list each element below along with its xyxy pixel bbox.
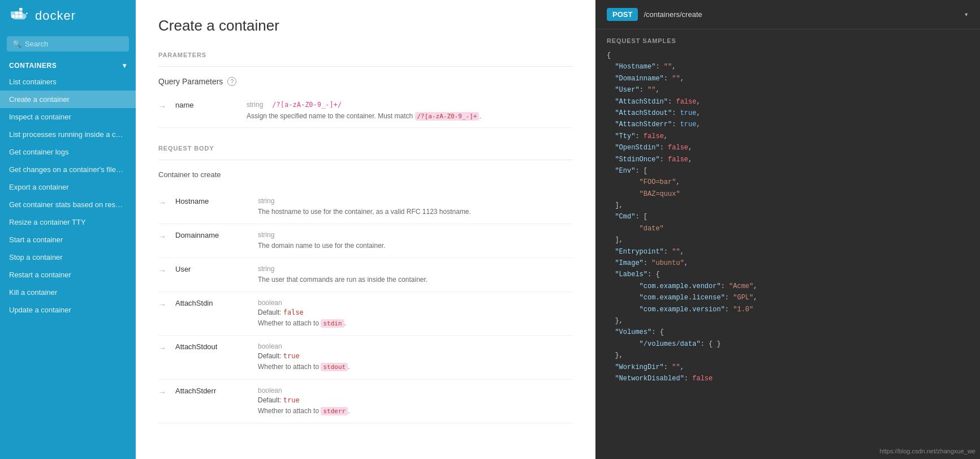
field-type-domainname: string [258,231,573,239]
field-info-domainname: string The domain name to use for the co… [258,231,573,251]
field-type-attachstdout: boolean [258,342,573,350]
field-default-val-attachstderr: true [283,396,300,404]
field-row-attachstderr: → AttachStderr boolean Default: true Whe… [158,380,573,424]
field-name-hostname: Hostname [175,197,249,205]
field-arrow-hostname: → [158,198,166,207]
field-stdout-code: stdout [321,363,348,371]
field-name-domainname: Domainname [175,231,249,239]
field-name-attachstdout: AttachStdout [175,342,249,351]
request-body-divider [158,160,573,160]
sidebar-nav-item-list-processes[interactable]: List processes running inside a containe… [0,126,136,143]
field-desc-user: The user that commands are run as inside… [258,274,573,285]
param-pattern-name: /?[a-zA-Z0-9_-]+/ [272,101,342,109]
param-name-name: name [175,101,238,109]
query-params-help-icon[interactable]: ? [227,77,236,86]
field-desc-attachstdin: Whether to attach to stdin. [258,318,573,329]
sidebar: docker 🔍 CONTAINERS ▾ List containers Cr… [0,0,136,459]
sidebar-nav-item-get-logs[interactable]: Get container logs [0,143,136,161]
sidebar-nav-item-kill-container[interactable]: Kill a container [0,284,136,301]
param-info-name: string /?[a-zA-Z0-9_-]+/ Assign the spec… [247,101,573,122]
field-default-attachstdout: Default: true [258,352,573,360]
field-default-val-attachstdin: false [283,308,304,316]
containers-chevron-icon[interactable]: ▾ [123,62,127,70]
sidebar-nav-item-list-containers[interactable]: List containers [0,73,136,91]
search-box[interactable]: 🔍 [7,36,129,52]
sidebar-nav-item-get-stats[interactable]: Get container stats based on resource us… [0,196,136,213]
json-code-block: { "Hostname": "", "Domainname": "", "Use… [595,50,980,396]
field-default-val-attachstdout: true [283,352,300,360]
method-badge: POST [607,8,638,21]
field-desc-attachstderr: Whether to attach to stderr. [258,406,573,417]
param-arrow-icon: → [158,102,166,111]
field-info-hostname: string The hostname to use for the conta… [258,197,573,217]
field-info-attachstdin: boolean Default: false Whether to attach… [258,299,573,329]
field-row-domainname: → Domainname string The domain name to u… [158,224,573,258]
field-desc-attachstdout: Whether to attach to stdout. [258,362,573,372]
field-name-user: User [175,265,249,273]
field-desc-hostname: The hostname to use for the container, a… [258,207,573,217]
field-default-attachstdin: Default: false [258,308,573,316]
param-type-name: string [247,101,263,109]
sidebar-header: docker [0,0,136,32]
params-divider [158,66,573,67]
search-input[interactable] [25,40,123,48]
query-params-header: Query Parameters ? [158,77,573,86]
query-params-label: Query Parameters [158,77,223,86]
param-row-name: → name string /?[a-zA-Z0-9_-]+/ Assign t… [158,95,573,128]
sidebar-nav-item-resize-tty[interactable]: Resize a container TTY [0,213,136,231]
field-type-attachstderr: boolean [258,387,573,394]
field-type-user: string [258,265,573,273]
sidebar-nav-item-get-changes[interactable]: Get changes on a container's filesystem [0,161,136,178]
field-arrow-attachstderr: → [158,388,166,397]
field-arrow-user: → [158,266,166,275]
docker-logo-icon [9,8,29,24]
field-arrow-attachstdin: → [158,300,166,309]
field-info-attachstdout: boolean Default: true Whether to attach … [258,342,573,372]
field-row-hostname: → Hostname string The hostname to use fo… [158,190,573,224]
sidebar-nav-item-create-container[interactable]: Create a container [0,91,136,108]
endpoint-path: /containers/create [644,10,958,19]
field-row-user: → User string The user that commands are… [158,258,573,292]
field-arrow-attachstdout: → [158,344,166,353]
request-body-label: REQUEST BODY [158,145,573,152]
field-arrow-domainname: → [158,232,166,241]
svg-point-6 [26,12,28,14]
sidebar-nav-item-update-container[interactable]: Update a container [0,301,136,319]
main-content: Create a container PARAMETERS Query Para… [136,0,595,459]
sidebar-brand: docker [35,8,76,23]
endpoint-chevron-icon[interactable]: ▾ [964,10,969,19]
svg-rect-5 [19,8,23,11]
field-type-attachstdin: boolean [258,299,573,307]
right-panel: POST /containers/create ▾ REQUEST SAMPLE… [595,0,980,459]
sidebar-nav-item-export-container[interactable]: Export a container [0,178,136,196]
params-section-label: PARAMETERS [158,52,573,58]
containers-section-label: CONTAINERS [9,62,57,70]
field-info-attachstderr: boolean Default: true Whether to attach … [258,387,573,417]
sidebar-nav-item-stop-container[interactable]: Stop a container [0,248,136,266]
request-samples-label: REQUEST SAMPLES [595,29,980,50]
request-body-desc: Container to create [158,170,573,179]
request-body-section: REQUEST BODY Container to create → Hostn… [158,145,573,424]
search-icon: 🔍 [12,40,21,48]
sidebar-nav-item-start-container[interactable]: Start a container [0,231,136,248]
param-desc-name: Assign the specified name to the contain… [247,111,573,122]
field-name-attachstderr: AttachStderr [175,387,249,395]
field-default-attachstderr: Default: true [258,396,573,404]
sidebar-section-containers: CONTAINERS ▾ [0,56,136,73]
sidebar-nav-item-inspect-container[interactable]: Inspect a container [0,108,136,126]
field-row-attachstdin: → AttachStdin boolean Default: false Whe… [158,292,573,336]
field-stdin-code: stdin [321,319,344,328]
field-desc-domainname: The domain name to use for the container… [258,241,573,251]
field-name-attachstdin: AttachStdin [175,299,249,307]
field-row-attachstdout: → AttachStdout boolean Default: true Whe… [158,336,573,380]
watermark: https://blog.csdn.net/zhangxue_we [880,448,975,454]
field-info-user: string The user that commands are run as… [258,265,573,285]
right-panel-header: POST /containers/create ▾ [595,0,980,29]
page-title: Create a container [158,17,573,35]
field-type-hostname: string [258,197,573,205]
param-inline-code-name: /?[a-zA-Z0-9_-]+ [415,112,480,121]
sidebar-nav-item-restart-container[interactable]: Restart a container [0,266,136,284]
field-stderr-code: stderr [321,407,348,415]
